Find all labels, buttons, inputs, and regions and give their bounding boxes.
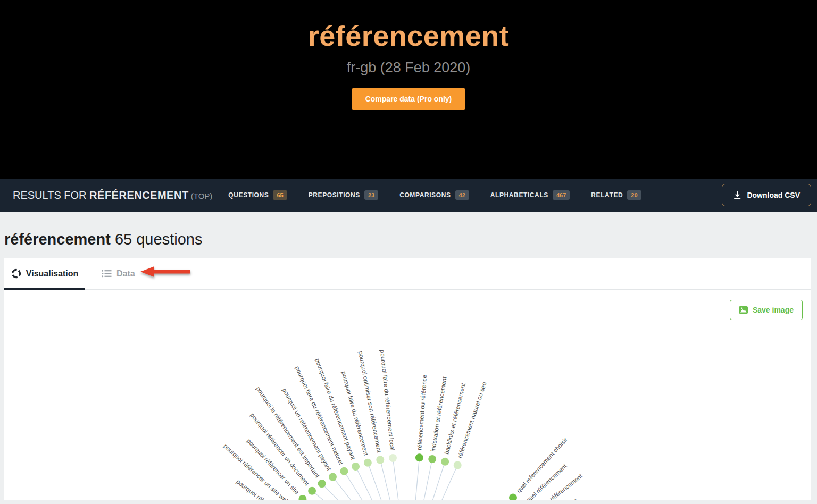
wheel-question-dot[interactable] [454, 461, 462, 469]
wheel-question-dot[interactable] [428, 455, 436, 463]
wheel-question-dot[interactable] [318, 480, 326, 488]
wheel-question-dot[interactable] [308, 487, 316, 495]
nav-tab-alphabeticals[interactable]: ALPHABETICALS 467 [490, 190, 570, 200]
results-title: RESULTS FOR RÉFÉRENCEMENT (TOP) [13, 189, 212, 201]
tab-data[interactable]: Data [98, 258, 138, 289]
tab-visualisation[interactable]: Visualisation [4, 258, 85, 289]
wheel-spoke-line [418, 465, 457, 500]
page-title: référencement 65 questions [0, 212, 817, 248]
visualisation-icon [11, 268, 21, 279]
tab-data-label: Data [116, 269, 135, 279]
nav-tab-prepositions[interactable]: PREPOSITIONS 23 [309, 190, 378, 200]
nav-tab-label: RELATED [591, 191, 623, 199]
nav-tab-label: ALPHABETICALS [490, 191, 548, 199]
visualisation-panel: Save image pourquoi réfpourquoi référenc… [4, 290, 811, 500]
count-badge: 23 [364, 190, 378, 200]
count-badge: 65 [273, 190, 287, 200]
wheel-spoke-line [413, 459, 432, 500]
keyword-title: référencement [0, 0, 817, 52]
wheel-question-dot[interactable] [509, 494, 517, 500]
wheel-question-dot[interactable] [352, 463, 360, 471]
wheel-spoke-line [356, 466, 399, 500]
region-date-subtitle: fr-gb (28 Feb 2020) [0, 60, 817, 76]
page-title-rest: 65 questions [111, 231, 203, 248]
results-nav-tabs: QUESTIONS 65 PREPOSITIONS 23 COMPARISONS… [228, 190, 641, 200]
wheel-spoke-line [411, 458, 420, 500]
count-badge: 20 [627, 190, 641, 200]
wheel-question-dot[interactable] [415, 453, 423, 461]
results-navbar: RESULTS FOR RÉFÉRENCEMENT (TOP) QUESTION… [0, 179, 817, 212]
wheel-spoke-line [380, 460, 404, 500]
results-term: RÉFÉRENCEMENT [89, 189, 189, 201]
red-annotation-arrow [139, 265, 191, 281]
nav-tab-label: PREPOSITIONS [309, 191, 360, 199]
wheel-question-dot[interactable] [364, 459, 372, 467]
nav-tab-label: COMPARISONS [399, 191, 451, 199]
wheel-question-dot[interactable] [340, 467, 348, 475]
wheel-question-label[interactable]: pourquoi faire du référencement local [379, 349, 396, 451]
question-wheel-chart[interactable]: pourquoi réfpourquoi référencerpourquoi … [4, 290, 811, 500]
results-card: Visualisation Data Save image pourquoi r… [4, 258, 811, 500]
save-image-button[interactable]: Save image [730, 300, 803, 320]
wheel-question-dot[interactable] [298, 495, 306, 500]
nav-tab-related[interactable]: RELATED 20 [591, 190, 641, 200]
nav-tab-comparisons[interactable]: COMPARISONS 42 [399, 190, 469, 200]
results-suffix: (TOP) [189, 191, 213, 200]
download-csv-button[interactable]: Download CSV [722, 184, 811, 206]
results-prefix: RESULTS FOR [13, 189, 89, 201]
image-icon [739, 306, 748, 314]
wheel-spoke-line [303, 499, 388, 500]
list-icon [102, 270, 112, 278]
nav-tab-questions[interactable]: QUESTIONS 65 [228, 190, 287, 200]
panel-tabs: Visualisation Data [4, 258, 811, 290]
compare-data-button[interactable]: Compare data (Pro only) [352, 88, 466, 110]
count-badge: 467 [553, 190, 570, 200]
save-image-label: Save image [753, 306, 794, 314]
wheel-question-dot[interactable] [329, 473, 337, 481]
wheel-question-label[interactable]: indexation et référencement [430, 376, 448, 452]
wheel-spoke-line [393, 458, 406, 500]
download-csv-label: Download CSV [747, 191, 800, 199]
hero-section: référencement fr-gb (28 Feb 2020) Compar… [0, 0, 817, 179]
wheel-question-dot[interactable] [376, 456, 384, 464]
wheel-question-label[interactable]: référencement ou référence [416, 375, 428, 450]
download-icon [733, 191, 741, 199]
page-title-term: référencement [4, 231, 111, 248]
wheel-spoke-line [429, 498, 513, 500]
wheel-question-dot[interactable] [441, 458, 449, 466]
count-badge: 42 [455, 190, 469, 200]
nav-tab-label: QUESTIONS [228, 191, 269, 199]
tab-visualisation-label: Visualisation [26, 269, 78, 279]
wheel-question-dot[interactable] [389, 454, 397, 462]
wheel-spoke-line [415, 461, 445, 500]
